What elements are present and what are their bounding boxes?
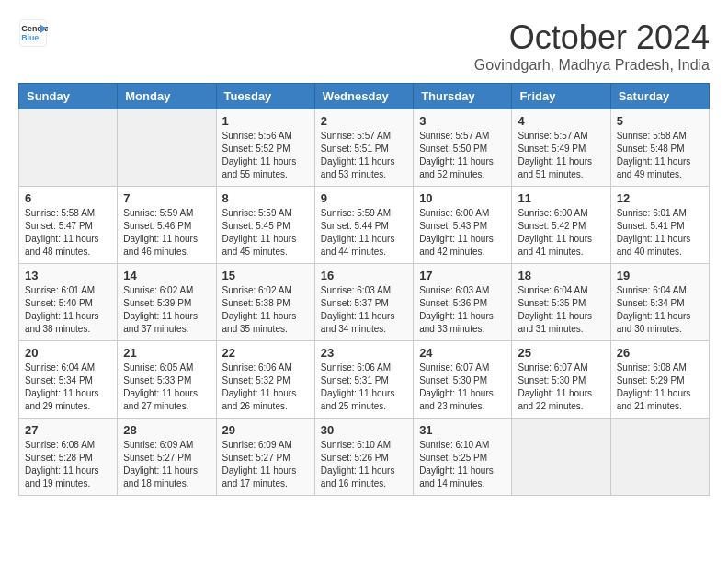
day-number: 12: [617, 191, 703, 205]
day-number: 1: [222, 114, 309, 128]
logo: General Blue: [18, 18, 48, 48]
calendar-cell: 14Sunrise: 6:02 AMSunset: 5:39 PMDayligh…: [118, 264, 216, 341]
cell-info: Sunrise: 6:07 AMSunset: 5:30 PMDaylight:…: [419, 362, 506, 413]
calendar-cell: 9Sunrise: 5:59 AMSunset: 5:44 PMDaylight…: [314, 187, 413, 264]
cell-info: Sunrise: 6:06 AMSunset: 5:32 PMDaylight:…: [222, 362, 309, 413]
calendar-cell: 11Sunrise: 6:00 AMSunset: 5:42 PMDayligh…: [512, 187, 610, 264]
day-number: 27: [25, 423, 111, 437]
weekday-header-monday: Monday: [118, 84, 216, 109]
calendar-cell: 21Sunrise: 6:05 AMSunset: 5:33 PMDayligh…: [118, 341, 216, 419]
location-title: Govindgarh, Madhya Pradesh, India: [474, 57, 710, 74]
cell-info: Sunrise: 5:56 AMSunset: 5:52 PMDaylight:…: [222, 130, 309, 181]
weekday-header-friday: Friday: [512, 84, 610, 109]
calendar-cell: 24Sunrise: 6:07 AMSunset: 5:30 PMDayligh…: [414, 341, 512, 419]
calendar-cell: 4Sunrise: 5:57 AMSunset: 5:49 PMDaylight…: [512, 109, 610, 187]
calendar-cell: 8Sunrise: 5:59 AMSunset: 5:45 PMDaylight…: [216, 187, 314, 264]
cell-info: Sunrise: 6:08 AMSunset: 5:28 PMDaylight:…: [25, 439, 111, 490]
cell-info: Sunrise: 5:57 AMSunset: 5:50 PMDaylight:…: [419, 130, 506, 181]
cell-info: Sunrise: 6:02 AMSunset: 5:39 PMDaylight:…: [123, 284, 210, 336]
day-number: 7: [123, 191, 210, 205]
day-number: 17: [419, 269, 506, 282]
day-number: 21: [123, 346, 210, 360]
day-number: 26: [617, 346, 703, 360]
calendar-cell: 13Sunrise: 6:01 AMSunset: 5:40 PMDayligh…: [19, 264, 118, 341]
cell-info: Sunrise: 6:07 AMSunset: 5:30 PMDaylight:…: [518, 362, 604, 413]
cell-info: Sunrise: 6:03 AMSunset: 5:36 PMDaylight:…: [419, 284, 506, 336]
calendar-cell: 2Sunrise: 5:57 AMSunset: 5:51 PMDaylight…: [314, 109, 413, 187]
cell-info: Sunrise: 5:57 AMSunset: 5:51 PMDaylight:…: [321, 130, 407, 181]
day-number: 9: [321, 191, 407, 205]
calendar-cell: 23Sunrise: 6:06 AMSunset: 5:31 PMDayligh…: [314, 341, 413, 419]
cell-info: Sunrise: 6:09 AMSunset: 5:27 PMDaylight:…: [222, 439, 309, 490]
month-title: October 2024: [474, 18, 710, 57]
day-number: 23: [321, 346, 407, 360]
calendar-table: SundayMondayTuesdayWednesdayThursdayFrid…: [18, 83, 710, 496]
calendar-cell: 27Sunrise: 6:08 AMSunset: 5:28 PMDayligh…: [19, 419, 118, 496]
day-number: 8: [222, 191, 309, 205]
cell-info: Sunrise: 6:01 AMSunset: 5:41 PMDaylight:…: [617, 207, 703, 259]
calendar-cell: [512, 419, 610, 496]
calendar-cell: 28Sunrise: 6:09 AMSunset: 5:27 PMDayligh…: [118, 419, 216, 496]
cell-info: Sunrise: 5:59 AMSunset: 5:44 PMDaylight:…: [321, 207, 407, 259]
cell-info: Sunrise: 6:04 AMSunset: 5:34 PMDaylight:…: [25, 362, 111, 413]
day-number: 31: [419, 423, 506, 437]
day-number: 6: [25, 191, 111, 205]
calendar-cell: 3Sunrise: 5:57 AMSunset: 5:50 PMDaylight…: [414, 109, 512, 187]
day-number: 14: [123, 269, 210, 282]
calendar-cell: 22Sunrise: 6:06 AMSunset: 5:32 PMDayligh…: [216, 341, 314, 419]
cell-info: Sunrise: 5:59 AMSunset: 5:46 PMDaylight:…: [123, 207, 210, 259]
calendar-cell: 20Sunrise: 6:04 AMSunset: 5:34 PMDayligh…: [19, 341, 118, 419]
cell-info: Sunrise: 6:05 AMSunset: 5:33 PMDaylight:…: [123, 362, 210, 413]
calendar-cell: [610, 419, 709, 496]
day-number: 18: [518, 269, 604, 282]
calendar-cell: 18Sunrise: 6:04 AMSunset: 5:35 PMDayligh…: [512, 264, 610, 341]
cell-info: Sunrise: 6:01 AMSunset: 5:40 PMDaylight:…: [25, 284, 111, 336]
day-number: 25: [518, 346, 604, 360]
calendar-cell: 26Sunrise: 6:08 AMSunset: 5:29 PMDayligh…: [610, 341, 709, 419]
weekday-header-saturday: Saturday: [610, 84, 709, 109]
calendar-cell: 25Sunrise: 6:07 AMSunset: 5:30 PMDayligh…: [512, 341, 610, 419]
day-number: 22: [222, 346, 309, 360]
day-number: 19: [617, 269, 703, 282]
day-number: 2: [321, 114, 407, 128]
day-number: 10: [419, 191, 506, 205]
day-number: 11: [518, 191, 604, 205]
cell-info: Sunrise: 5:58 AMSunset: 5:48 PMDaylight:…: [617, 130, 703, 181]
day-number: 24: [419, 346, 506, 360]
day-number: 5: [617, 114, 703, 128]
weekday-header-thursday: Thursday: [414, 84, 512, 109]
day-number: 13: [25, 269, 111, 282]
cell-info: Sunrise: 6:10 AMSunset: 5:25 PMDaylight:…: [419, 439, 506, 490]
cell-info: Sunrise: 5:59 AMSunset: 5:45 PMDaylight:…: [222, 207, 309, 259]
cell-info: Sunrise: 6:02 AMSunset: 5:38 PMDaylight:…: [222, 284, 309, 336]
cell-info: Sunrise: 5:58 AMSunset: 5:47 PMDaylight:…: [25, 207, 111, 259]
cell-info: Sunrise: 6:10 AMSunset: 5:26 PMDaylight:…: [321, 439, 407, 490]
calendar-cell: 31Sunrise: 6:10 AMSunset: 5:25 PMDayligh…: [414, 419, 512, 496]
cell-info: Sunrise: 6:04 AMSunset: 5:35 PMDaylight:…: [518, 284, 604, 336]
calendar-cell: 15Sunrise: 6:02 AMSunset: 5:38 PMDayligh…: [216, 264, 314, 341]
logo-icon: General Blue: [18, 18, 48, 48]
calendar-cell: 7Sunrise: 5:59 AMSunset: 5:46 PMDaylight…: [118, 187, 216, 264]
calendar-cell: [118, 109, 216, 187]
day-number: 29: [222, 423, 309, 437]
day-number: 30: [321, 423, 407, 437]
cell-info: Sunrise: 6:06 AMSunset: 5:31 PMDaylight:…: [321, 362, 407, 413]
calendar-cell: 6Sunrise: 5:58 AMSunset: 5:47 PMDaylight…: [19, 187, 118, 264]
day-number: 28: [123, 423, 210, 437]
calendar-cell: 10Sunrise: 6:00 AMSunset: 5:43 PMDayligh…: [414, 187, 512, 264]
day-number: 16: [321, 269, 407, 282]
cell-info: Sunrise: 6:00 AMSunset: 5:43 PMDaylight:…: [419, 207, 506, 259]
calendar-cell: [19, 109, 118, 187]
cell-info: Sunrise: 6:03 AMSunset: 5:37 PMDaylight:…: [321, 284, 407, 336]
cell-info: Sunrise: 6:08 AMSunset: 5:29 PMDaylight:…: [617, 362, 703, 413]
cell-info: Sunrise: 6:00 AMSunset: 5:42 PMDaylight:…: [518, 207, 604, 259]
calendar-cell: 12Sunrise: 6:01 AMSunset: 5:41 PMDayligh…: [610, 187, 709, 264]
day-number: 4: [518, 114, 604, 128]
calendar-cell: 1Sunrise: 5:56 AMSunset: 5:52 PMDaylight…: [216, 109, 314, 187]
day-number: 3: [419, 114, 506, 128]
cell-info: Sunrise: 5:57 AMSunset: 5:49 PMDaylight:…: [518, 130, 604, 181]
calendar-cell: 5Sunrise: 5:58 AMSunset: 5:48 PMDaylight…: [610, 109, 709, 187]
weekday-header-sunday: Sunday: [19, 84, 118, 109]
calendar-cell: 17Sunrise: 6:03 AMSunset: 5:36 PMDayligh…: [414, 264, 512, 341]
weekday-header-tuesday: Tuesday: [216, 84, 314, 109]
